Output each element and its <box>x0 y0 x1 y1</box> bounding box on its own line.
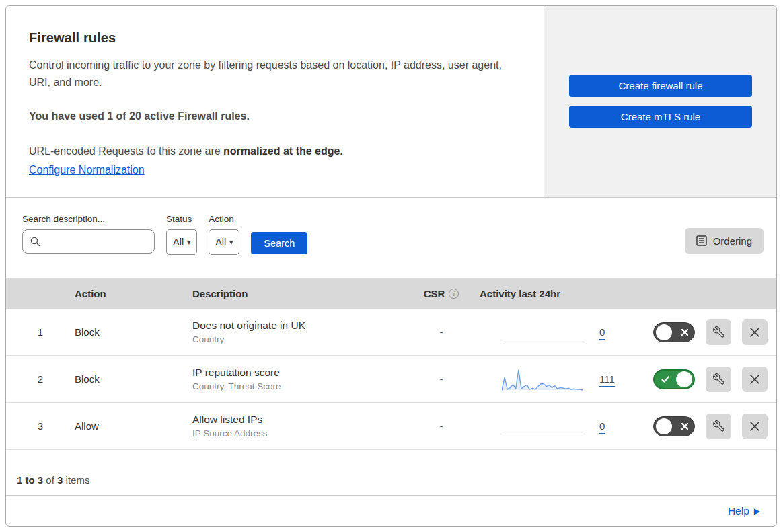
ordering-button-label: Ordering <box>713 235 752 247</box>
help-link-label: Help <box>728 505 749 517</box>
table-row: 1 Block Does not originate in UK Country… <box>6 309 776 356</box>
status-filter-select[interactable]: All ▾ <box>166 229 197 255</box>
search-label: Search description... <box>22 214 155 224</box>
table-row: 3 Allow Allow listed IPs IP Source Addre… <box>6 403 776 450</box>
table-header: Action Description CSR i Activity last 2… <box>6 278 776 309</box>
normalization-note: URL-encoded Requests to this zone are no… <box>29 143 513 160</box>
activity-sparkline <box>502 367 583 391</box>
activity-count-link[interactable]: 0 <box>599 326 605 340</box>
rule-description: IP reputation score <box>192 367 408 379</box>
delete-rule-button[interactable] <box>742 319 768 345</box>
action-filter-value: All <box>215 237 226 248</box>
page-title: Firewall rules <box>29 30 517 46</box>
ordering-button[interactable]: Ordering <box>685 228 764 254</box>
close-icon <box>749 421 760 432</box>
close-icon <box>749 327 760 338</box>
of-text: of <box>43 474 57 486</box>
search-input[interactable] <box>46 230 168 253</box>
help-bar: Help ▶ <box>6 495 776 526</box>
activity-count-link[interactable]: 111 <box>599 373 615 387</box>
activity-count-cell: 0 <box>593 326 650 338</box>
range-text: 1 to 3 <box>17 474 43 486</box>
header-description: Description <box>192 288 408 299</box>
activity-sparkline-cell <box>475 324 593 340</box>
close-icon <box>749 374 760 385</box>
rule-controls <box>650 414 776 439</box>
top-section: Firewall rules Control incoming traffic … <box>6 6 776 198</box>
rule-csr: - <box>408 326 475 338</box>
configure-normalization-link[interactable]: Configure Normalization <box>29 164 145 176</box>
status-filter-label: Status <box>166 214 197 224</box>
create-mtls-rule-button[interactable]: Create mTLS rule <box>569 106 752 128</box>
edit-rule-button[interactable] <box>706 414 731 439</box>
activity-sparkline-cell <box>475 418 593 434</box>
rule-enabled-toggle[interactable] <box>653 369 695 389</box>
delete-rule-button[interactable] <box>742 414 768 439</box>
info-icon[interactable]: i <box>449 289 459 299</box>
chevron-down-icon: ▾ <box>229 239 233 246</box>
rule-criteria: Country <box>192 334 408 344</box>
edit-rule-button[interactable] <box>706 367 731 392</box>
wrench-icon <box>713 373 724 385</box>
activity-count-cell: 111 <box>593 373 650 385</box>
arrow-right-icon: ▶ <box>754 506 760 516</box>
rule-action: Block <box>75 373 192 385</box>
activity-flatline <box>502 324 583 340</box>
check-icon <box>661 375 670 384</box>
search-input-box[interactable] <box>22 229 155 254</box>
table-row: 2 Block IP reputation score Country, Thr… <box>6 356 776 403</box>
help-link[interactable]: Help ▶ <box>728 505 760 517</box>
rule-priority: 3 <box>6 420 75 432</box>
normalization-prefix: URL-encoded Requests to this zone are <box>29 145 223 157</box>
rule-description: Allow listed IPs <box>192 414 408 426</box>
action-filter-select[interactable]: All ▾ <box>209 229 239 255</box>
header-csr: CSR i <box>408 288 475 299</box>
header-csr-label: CSR <box>424 288 445 299</box>
rule-criteria: Country, Threat Score <box>192 381 408 391</box>
filter-toolbar: Search description... Status All ▾ Actio… <box>6 198 776 278</box>
create-firewall-rule-button[interactable]: Create firewall rule <box>569 75 752 97</box>
toggle-knob <box>656 418 672 434</box>
search-button[interactable]: Search <box>251 232 307 254</box>
activity-flatline <box>502 418 583 434</box>
header-action: Action <box>75 288 192 299</box>
rule-description: Does not originate in UK <box>192 319 408 332</box>
rule-description-cell: IP reputation score Country, Threat Scor… <box>192 367 408 391</box>
toggle-knob <box>676 371 692 387</box>
rule-action: Allow <box>75 420 192 432</box>
page-description: Control incoming traffic to your zone by… <box>29 56 513 91</box>
rule-csr: - <box>408 373 475 385</box>
rule-enabled-toggle[interactable] <box>653 322 695 342</box>
delete-rule-button[interactable] <box>742 367 768 392</box>
toggle-knob <box>656 324 672 340</box>
rule-enabled-toggle[interactable] <box>653 416 695 436</box>
normalization-bold: normalized at the edge. <box>223 145 343 157</box>
action-filter-label: Action <box>209 214 239 224</box>
edit-rule-button[interactable] <box>706 319 731 345</box>
rule-controls <box>650 367 776 392</box>
wrench-icon <box>713 420 724 432</box>
firewall-rules-panel: Firewall rules Control incoming traffic … <box>5 5 777 527</box>
activity-count-cell: 0 <box>593 420 650 432</box>
intro-card: Firewall rules Control incoming traffic … <box>6 6 544 197</box>
rule-priority: 1 <box>6 326 75 338</box>
x-icon <box>681 328 689 336</box>
rule-priority: 2 <box>6 373 75 385</box>
chevron-down-icon: ▾ <box>187 239 190 246</box>
search-icon <box>30 237 40 247</box>
side-action-panel: Create firewall rule Create mTLS rule <box>544 6 776 197</box>
rule-description-cell: Does not originate in UK Country <box>192 319 408 344</box>
rule-description-cell: Allow listed IPs IP Source Address <box>192 414 408 439</box>
rule-criteria: IP Source Address <box>192 428 408 439</box>
activity-sparkline-cell <box>475 367 593 391</box>
pagination-summary: 1 to 3 of 3 items <box>6 450 776 495</box>
status-filter-value: All <box>173 237 184 248</box>
x-icon <box>681 422 689 430</box>
activity-count-link[interactable]: 0 <box>599 420 605 434</box>
rule-csr: - <box>408 420 475 432</box>
header-activity: Activity last 24hr <box>475 288 650 299</box>
wrench-icon <box>713 326 724 338</box>
list-document-icon <box>696 235 707 246</box>
rule-controls <box>650 319 776 345</box>
rule-action: Block <box>75 326 192 338</box>
